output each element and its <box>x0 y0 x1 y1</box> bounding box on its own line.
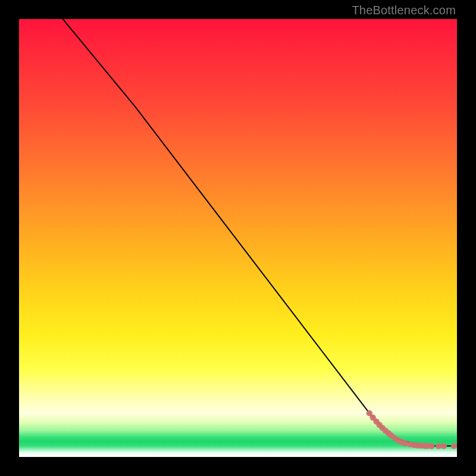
svg-point-20 <box>441 443 447 449</box>
svg-point-18 <box>428 443 434 449</box>
plot-area <box>19 19 457 457</box>
curve-line <box>63 19 457 446</box>
watermark-text: TheBottleneck.com <box>352 4 456 17</box>
chart-stage: TheBottleneck.com <box>0 0 476 476</box>
svg-point-21 <box>451 443 457 449</box>
chart-svg <box>19 19 457 457</box>
tail-points <box>367 410 457 449</box>
